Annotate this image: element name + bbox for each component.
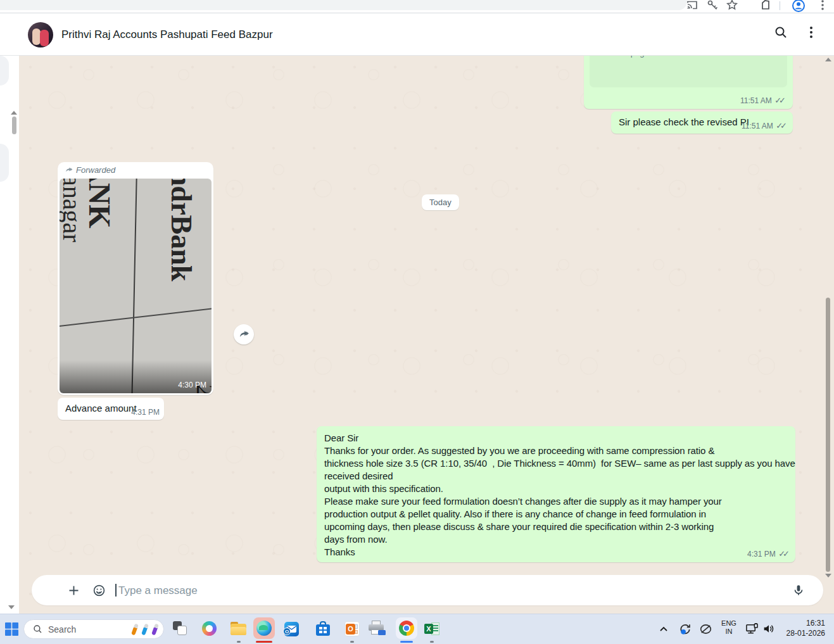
scan-text-ank: ANK — [82, 179, 117, 229]
clock-date: 28-01-2026 — [787, 628, 825, 638]
taskbar-search-box[interactable]: Search — [23, 619, 164, 639]
brush-icon-purple — [151, 624, 159, 636]
clock-time: 16:31 — [787, 618, 825, 628]
forwarded-row: Forwarded — [64, 165, 115, 177]
double-check-icon: ✓✓ — [774, 96, 787, 105]
search-label: Search — [48, 624, 76, 635]
toolbar-separator — [780, 1, 780, 10]
message-advance-amount[interactable]: Advance amount 4:31 PM — [58, 398, 164, 420]
double-check-icon: ✓✓ — [776, 121, 788, 130]
chat-scroll-up-arrow[interactable] — [825, 58, 831, 61]
copilot-icon[interactable] — [202, 621, 217, 636]
edge-active-underline — [256, 641, 272, 643]
search-icon[interactable] — [773, 25, 788, 40]
message-text: Sir please check the revised PI — [619, 116, 749, 129]
plus-icon[interactable] — [67, 584, 80, 597]
message-revised-pi[interactable]: Sir please check the revised PI 11:51 AM… — [611, 111, 793, 134]
taskbar-clock[interactable]: 16:31 28-01-2026 — [787, 618, 825, 638]
blocked-circle-icon[interactable] — [699, 622, 712, 636]
browser-menu-icon[interactable] — [816, 0, 829, 11]
edge-tile[interactable] — [253, 617, 275, 639]
chat-list-item-partial[interactable] — [0, 56, 9, 85]
message-meta: 11:51 AM ✓✓ — [742, 120, 788, 131]
message-time: 4:31 PM — [747, 550, 776, 559]
brush-icon-orange — [131, 624, 139, 636]
message-meta: 4:31 PM ✓✓ — [747, 548, 790, 559]
address-bar[interactable] — [0, 0, 687, 10]
mic-icon[interactable] — [792, 583, 806, 597]
text-cursor — [115, 584, 117, 597]
chat-scroll-down-arrow[interactable] — [825, 574, 831, 578]
message-time: 11:51 AM — [740, 96, 772, 105]
forwarded-label: Forwarded — [76, 165, 115, 175]
scan-line-horizontal — [60, 307, 212, 327]
message-time: 4:31 PM — [131, 408, 160, 417]
chat-menu-icon[interactable] — [804, 25, 819, 40]
language-indicator[interactable]: ENGIN — [719, 619, 738, 636]
message-input[interactable]: Type a message — [118, 584, 198, 597]
volume-icon[interactable] — [762, 622, 776, 636]
sidebar-scrollbar-thumb[interactable] — [12, 117, 16, 134]
sidebar-scroll-up-arrow[interactable] — [11, 111, 17, 115]
chrome-active-underline — [400, 641, 413, 643]
key-icon[interactable] — [706, 0, 719, 11]
message-text: Advance amount — [65, 402, 137, 415]
windows-taskbar: Search O — [0, 614, 834, 644]
scanned-document-image[interactable]: ndrBank ANK anagar 35 2 4:30 PM — [60, 179, 212, 393]
running-indicator — [430, 641, 434, 643]
extensions-icon[interactable] — [759, 0, 772, 11]
double-check-icon: ✓✓ — [778, 549, 790, 559]
contact-avatar[interactable] — [28, 22, 53, 47]
bookmark-star-icon[interactable] — [726, 0, 738, 11]
emoji-icon[interactable] — [92, 584, 106, 597]
start-button[interactable] — [5, 622, 18, 636]
message-order-details[interactable]: Dear Sir Thanks for your order. As sugge… — [317, 426, 795, 562]
outlook-new-icon[interactable]: O — [284, 622, 299, 636]
pdf-meta: 1 page · PDF · 107 kB — [624, 56, 705, 58]
message-text-block: Dear Sir Thanks for your order. As sugge… — [324, 432, 789, 559]
file-explorer-icon[interactable] — [231, 622, 246, 635]
excel-icon[interactable]: X — [424, 621, 439, 636]
cast-icon[interactable] — [686, 0, 698, 11]
chrome-tile[interactable] — [396, 617, 417, 639]
chevron-up-icon[interactable] — [659, 624, 669, 635]
network-icon[interactable] — [745, 622, 759, 636]
message-time: 11:51 AM — [742, 122, 773, 130]
whatsapp-desktop-screen: Prithvi Raj Accounts Pashupati Feed Bazp… — [0, 0, 834, 644]
date-divider: Today — [422, 194, 459, 210]
running-indicator — [237, 641, 241, 643]
profile-icon[interactable] — [792, 0, 804, 11]
contact-name[interactable]: Prithvi Raj Accounts Pashupati Feed Bazp… — [61, 28, 273, 41]
message-forwarded-image[interactable]: Forwarded ndrBank ANK anagar 35 2 4:30 P… — [58, 162, 213, 395]
brush-icon-blue — [141, 624, 149, 636]
scan-text-right: ndrBank — [165, 179, 198, 281]
document-attachment[interactable]: PDF U.K, Date 27-01-2026.pdf 1 page · PD… — [590, 56, 787, 87]
running-indicator — [350, 641, 354, 643]
task-view-icon[interactable] — [173, 621, 188, 636]
forward-message-button[interactable] — [234, 324, 254, 344]
image-time: 4:30 PM — [178, 381, 206, 389]
conversation-panel: PDF U.K, Date 27-01-2026.pdf 1 page · PD… — [19, 56, 834, 614]
sidebar-scroll-down-arrow[interactable] — [8, 605, 15, 609]
update-restart-icon[interactable] — [678, 622, 692, 636]
scan-text-anagar: anagar — [60, 179, 87, 243]
printer-icon[interactable] — [369, 621, 386, 636]
outlook-classic-icon[interactable]: O — [344, 621, 360, 636]
message-pdf[interactable]: PDF U.K, Date 27-01-2026.pdf 1 page · PD… — [584, 56, 793, 109]
message-meta: 11:51 AM ✓✓ — [740, 94, 787, 106]
microsoft-store-icon[interactable] — [316, 621, 330, 636]
chat-list-item-partial[interactable] — [0, 144, 9, 182]
message-composer[interactable]: Type a message — [32, 575, 823, 605]
chat-header: Prithvi Raj Accounts Pashupati Feed Bazp… — [0, 14, 834, 56]
chat-scrollbar-thumb[interactable] — [826, 298, 830, 572]
browser-toolbar — [0, 0, 834, 13]
chat-list-sliver — [0, 56, 19, 614]
